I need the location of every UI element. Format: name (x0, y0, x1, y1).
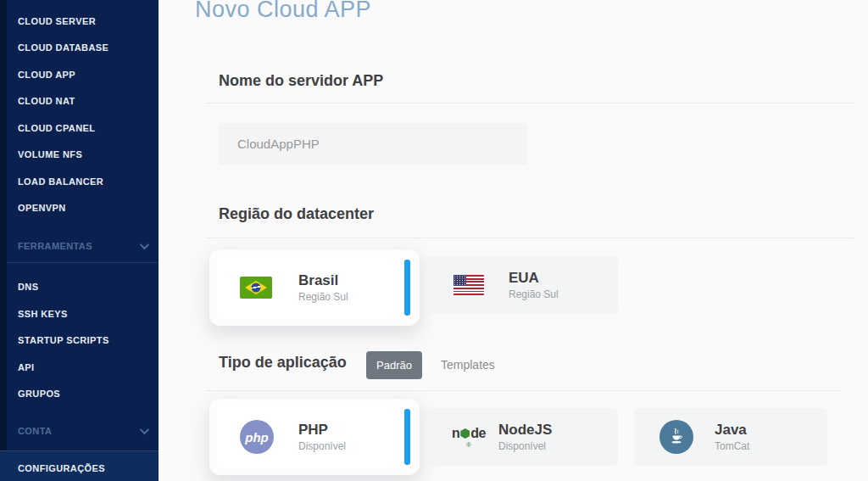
chevron-down-icon (140, 425, 149, 434)
php-logo-icon: php (240, 420, 274, 454)
java-logo-icon (659, 420, 693, 454)
sidebar-item-cloud-cpanel[interactable]: CLOUD CPANEL (7, 115, 159, 142)
app-card-title: Java (715, 422, 749, 438)
region-heading: Região do datacenter (219, 205, 374, 223)
sidebar: CLOUD SERVER CLOUD DATABASE CLOUD APP CL… (0, 0, 159, 481)
region-card-eua[interactable]: EUA Região Sul (426, 256, 618, 314)
sidebar-item-dns[interactable]: DNS (7, 274, 159, 301)
sidebar-group-conta[interactable]: CONTA (7, 417, 159, 445)
app-card-java[interactable]: Java TomCat (634, 408, 827, 466)
sidebar-edge-strip (0, 0, 7, 481)
sidebar-tools-block: DNS SSH KEYS STARTUP SCRIPTS API GRUPOS (7, 263, 159, 408)
region-card-subtitle: Região Sul (298, 291, 348, 303)
sidebar-item-cloud-app[interactable]: CLOUD APP (7, 61, 159, 88)
sidebar-item-configuracoes[interactable]: CONFIGURAÇÕES (0, 450, 159, 481)
app-card-nodejs[interactable]: nde ® NodeJS Disponível (426, 408, 618, 466)
region-card-title: EUA (509, 270, 559, 286)
usa-flag-icon (453, 275, 484, 295)
chevron-down-icon (140, 240, 149, 249)
section-divider (206, 390, 839, 391)
app-type-heading: Tipo de aplicação (219, 354, 347, 372)
region-card-subtitle: Região Sul (509, 288, 559, 300)
sidebar-item-label: CONFIGURAÇÕES (0, 458, 105, 473)
brazil-flag-icon (240, 277, 272, 299)
section-divider (206, 103, 854, 103)
server-name-input[interactable] (219, 123, 527, 165)
sidebar-group-label: FERRAMENTAS (18, 241, 92, 251)
sidebar-item-cloud-server[interactable]: CLOUD SERVER (7, 8, 159, 35)
app-card-title: NodeJS (498, 422, 552, 438)
selected-indicator-bar (404, 409, 410, 465)
sidebar-item-api[interactable]: API (7, 354, 159, 381)
app-card-php[interactable]: php PHP Disponível (216, 405, 413, 468)
sidebar-group-ferramentas[interactable]: FERRAMENTAS (7, 232, 159, 260)
sidebar-nav: CLOUD SERVER CLOUD DATABASE CLOUD APP CL… (7, 0, 159, 445)
templates-toggle-label[interactable]: Templates (441, 358, 495, 372)
region-card-brasil[interactable]: Brasil Região Sul (216, 256, 413, 319)
app-card-subtitle: TomCat (715, 440, 749, 452)
app-card-subtitle: Disponível (498, 440, 552, 452)
new-cloud-app-page: CLOUD SERVER CLOUD DATABASE CLOUD APP CL… (0, 0, 868, 481)
nodejs-logo-icon: nde ® (445, 426, 492, 448)
sidebar-item-cloud-nat[interactable]: CLOUD NAT (7, 88, 159, 115)
main-content: Novo Cloud APP Nome do servidor APP Regi… (159, 0, 868, 481)
sidebar-item-load-balancer[interactable]: LOAD BALANCER (7, 168, 159, 195)
app-card-title: PHP (298, 422, 346, 438)
padrao-toggle-button[interactable]: Padrão (366, 351, 422, 379)
region-card-title: Brasil (298, 272, 348, 288)
section-divider (206, 238, 854, 238)
sidebar-item-openvpn[interactable]: OPENVPN (7, 195, 159, 222)
page-title: Novo Cloud APP (195, 0, 371, 23)
server-name-heading: Nome do servidor APP (219, 72, 383, 90)
sidebar-item-grupos[interactable]: GRUPOS (7, 381, 159, 408)
sidebar-group-label: CONTA (18, 426, 52, 436)
sidebar-item-startup-scripts[interactable]: STARTUP SCRIPTS (7, 327, 159, 355)
selected-indicator-bar (404, 260, 410, 316)
sidebar-item-volume-nfs[interactable]: VOLUME NFS (7, 142, 159, 169)
app-card-subtitle: Disponível (298, 440, 346, 452)
sidebar-item-ssh-keys[interactable]: SSH KEYS (7, 300, 159, 327)
sidebar-item-cloud-database[interactable]: CLOUD DATABASE (7, 35, 159, 62)
